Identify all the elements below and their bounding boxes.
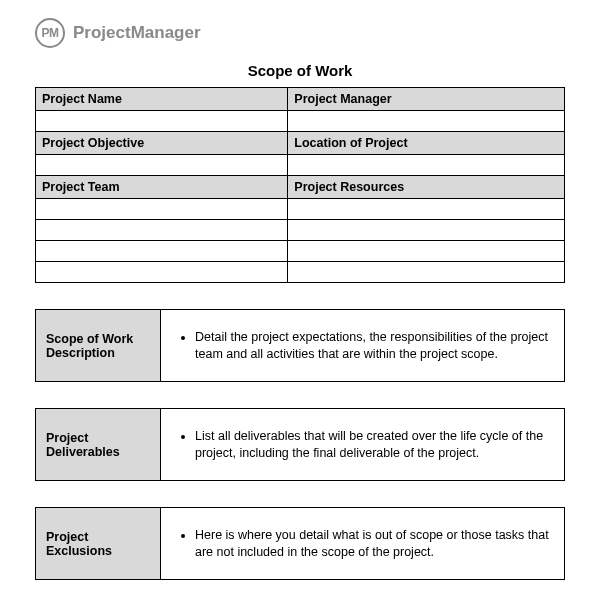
cell-resources-2[interactable] (288, 220, 565, 241)
header-project-name: Project Name (36, 88, 288, 111)
cell-project-manager[interactable] (288, 111, 565, 132)
label-scope-description: Scope of Work Description (36, 310, 161, 382)
bullet-scope-description: Detail the project expectations, the res… (195, 329, 550, 363)
section-deliverables: Project Deliverables List all deliverabl… (35, 408, 565, 481)
section-exclusions: Project Exclusions Here is where you det… (35, 507, 565, 580)
logo-icon: PM (35, 18, 65, 48)
cell-resources-4[interactable] (288, 262, 565, 283)
label-exclusions: Project Exclusions (36, 508, 161, 580)
cell-team-2[interactable] (36, 220, 288, 241)
content-deliverables[interactable]: List all deliverables that will be creat… (161, 409, 565, 481)
cell-resources-3[interactable] (288, 241, 565, 262)
cell-team-1[interactable] (36, 199, 288, 220)
cell-team-4[interactable] (36, 262, 288, 283)
cell-resources-1[interactable] (288, 199, 565, 220)
section-scope-description: Scope of Work Description Detail the pro… (35, 309, 565, 382)
cell-team-3[interactable] (36, 241, 288, 262)
header-location: Location of Project (288, 132, 565, 155)
cell-location[interactable] (288, 155, 565, 176)
page-title: Scope of Work (35, 62, 565, 79)
header-project-manager: Project Manager (288, 88, 565, 111)
brand-logo: PM ProjectManager (35, 18, 565, 48)
label-deliverables: Project Deliverables (36, 409, 161, 481)
header-project-resources: Project Resources (288, 176, 565, 199)
logo-text: ProjectManager (73, 23, 201, 43)
cell-project-objective[interactable] (36, 155, 288, 176)
project-info-table: Project Name Project Manager Project Obj… (35, 87, 565, 283)
content-exclusions[interactable]: Here is where you detail what is out of … (161, 508, 565, 580)
bullet-exclusions: Here is where you detail what is out of … (195, 527, 550, 561)
header-project-team: Project Team (36, 176, 288, 199)
content-scope-description[interactable]: Detail the project expectations, the res… (161, 310, 565, 382)
header-project-objective: Project Objective (36, 132, 288, 155)
bullet-deliverables: List all deliverables that will be creat… (195, 428, 550, 462)
cell-project-name[interactable] (36, 111, 288, 132)
